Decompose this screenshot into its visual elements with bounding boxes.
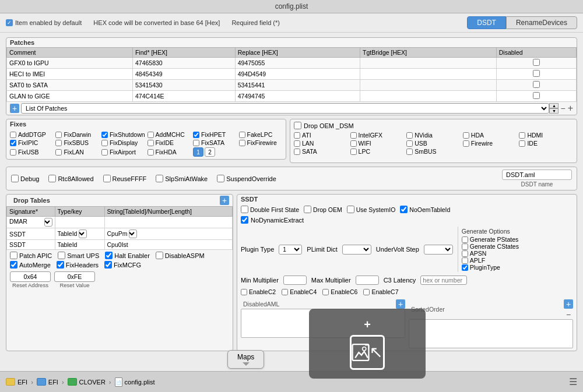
fix-fixhda-checkbox[interactable] bbox=[147, 149, 154, 156]
fix-addmchc-checkbox[interactable] bbox=[147, 132, 154, 138]
fix-fakelpc-checkbox[interactable] bbox=[239, 132, 245, 138]
add-disabled-aml-btn[interactable]: + bbox=[396, 299, 405, 309]
enable-c7-cb[interactable] bbox=[363, 289, 370, 295]
remove-patch-button[interactable]: − bbox=[560, 104, 565, 113]
dt-sig-select[interactable] bbox=[44, 218, 52, 227]
drop-firewire-cb[interactable] bbox=[463, 140, 469, 147]
max-multiplier-input[interactable] bbox=[356, 276, 379, 285]
drop-ati-cb[interactable] bbox=[294, 132, 300, 139]
stepper-down[interactable]: ▼ bbox=[549, 108, 559, 114]
gen-plugintype-cb[interactable] bbox=[462, 264, 468, 271]
ssdt-drop-oem-cb[interactable] bbox=[304, 206, 311, 213]
gen-pstates-cb[interactable] bbox=[462, 236, 468, 243]
drop-usb-cb[interactable] bbox=[406, 140, 413, 147]
disable-aspm-cb[interactable] bbox=[156, 252, 163, 259]
ssdt-double-first-cb[interactable] bbox=[241, 206, 248, 213]
reset-address-input[interactable] bbox=[10, 271, 51, 282]
slpsmiatwake-checkbox[interactable] bbox=[156, 175, 163, 182]
fix-num1-button[interactable]: 1 bbox=[193, 147, 203, 157]
drop-ide-cb[interactable] bbox=[519, 140, 525, 147]
drop-hda-cb[interactable] bbox=[463, 132, 469, 139]
enable-c2-cb[interactable] bbox=[241, 289, 247, 295]
fix-fixsbus: FixSBUS bbox=[55, 139, 99, 146]
fix-fixipic-checkbox[interactable] bbox=[10, 140, 16, 146]
drop-oem-checkbox[interactable] bbox=[294, 122, 301, 129]
undervolt-step-select[interactable] bbox=[424, 245, 453, 255]
fix-adddtgp-checkbox[interactable] bbox=[10, 132, 16, 138]
min-multiplier-label: Min Multiplier bbox=[241, 277, 279, 284]
disabled-checkbox[interactable] bbox=[533, 81, 540, 88]
c3-latency-input[interactable] bbox=[420, 276, 467, 285]
ssdt-nodynamic-cb[interactable] bbox=[241, 216, 248, 224]
fix-adddtgp: AddDTGP bbox=[10, 131, 53, 138]
drop-lan-cb[interactable] bbox=[294, 140, 300, 147]
auto-merge-cb[interactable] bbox=[10, 261, 17, 269]
disabled-checkbox[interactable] bbox=[533, 59, 540, 66]
fix-fixsata-checkbox[interactable] bbox=[193, 140, 199, 146]
drop-nvidia-cb[interactable] bbox=[406, 132, 413, 139]
enable-c4-cb[interactable] bbox=[282, 289, 288, 295]
fix-mcfg-cb[interactable] bbox=[104, 261, 112, 269]
smart-ups-cb[interactable] bbox=[58, 252, 65, 259]
dt-typekey-select[interactable] bbox=[79, 229, 87, 238]
drop-smbus-cb[interactable] bbox=[406, 149, 413, 155]
fix-fixsbus-checkbox[interactable] bbox=[55, 140, 62, 146]
tab-rename-devices[interactable]: RenameDevices bbox=[506, 16, 577, 29]
halt-enabler-cb[interactable] bbox=[105, 252, 113, 259]
fix-num2-button[interactable]: 2 bbox=[205, 147, 215, 157]
list-patches-dropdown[interactable]: List Of Patches bbox=[21, 103, 549, 114]
patch-find: 48454349 bbox=[132, 69, 235, 80]
fix-headers-cb[interactable] bbox=[57, 261, 64, 269]
tab-dsdt[interactable]: DSDT bbox=[467, 16, 506, 29]
ssdt-use-systemio-cb[interactable] bbox=[347, 206, 354, 213]
drop-hdmi-cb[interactable] bbox=[519, 132, 525, 139]
fix-fakelpc: FakeLPC bbox=[239, 131, 282, 138]
patches-plus-icon[interactable]: + bbox=[568, 103, 573, 114]
fix-fixdarwin-checkbox[interactable] bbox=[55, 132, 62, 138]
fix-fixlan-checkbox[interactable] bbox=[55, 149, 62, 156]
debug-checkbox[interactable] bbox=[11, 175, 19, 182]
drop-usb: USB bbox=[406, 140, 461, 147]
fix-fixshutdown-checkbox[interactable] bbox=[101, 132, 108, 138]
min-multiplier-input[interactable] bbox=[283, 276, 307, 285]
ssdt-nooemtableid-cb[interactable] bbox=[400, 206, 408, 213]
sorted-order-col: SortedOrder + − bbox=[409, 299, 573, 348]
remove-sorted-order-btn[interactable]: − bbox=[564, 310, 573, 319]
patch-tgtbridge bbox=[360, 80, 497, 91]
disabled-checkbox[interactable] bbox=[533, 92, 540, 99]
add-patch-button[interactable]: + bbox=[10, 104, 19, 113]
hamburger-icon[interactable]: ☰ bbox=[569, 376, 577, 387]
fix-fixusb-checkbox[interactable] bbox=[10, 149, 16, 156]
plugin-type-select[interactable]: 1 bbox=[279, 245, 302, 255]
plimit-dict-select[interactable] bbox=[342, 245, 371, 255]
add-sorted-order-btn[interactable]: + bbox=[564, 299, 573, 309]
disabled-checkbox[interactable] bbox=[533, 70, 540, 77]
fix-fixhpet-checkbox[interactable] bbox=[193, 132, 199, 138]
stepper-up[interactable]: ▲ bbox=[549, 103, 559, 108]
drop-sata-cb[interactable] bbox=[294, 149, 300, 155]
drop-lpc-cb[interactable] bbox=[350, 149, 357, 155]
rtc8allowed-checkbox[interactable] bbox=[48, 175, 56, 182]
fix-fixdisplay-checkbox[interactable] bbox=[101, 140, 108, 146]
dt-string-select[interactable] bbox=[129, 229, 137, 238]
breadcrumb-efi1[interactable]: EFI bbox=[6, 378, 27, 386]
fix-fixide-checkbox[interactable] bbox=[147, 140, 154, 146]
fix-fixairport-checkbox[interactable] bbox=[101, 149, 108, 156]
dsdt-name-input[interactable] bbox=[502, 169, 572, 180]
add-drop-table-button[interactable]: + bbox=[220, 196, 229, 205]
breadcrumb-efi2[interactable]: EFI bbox=[37, 378, 58, 386]
gen-apsn-cb[interactable] bbox=[462, 250, 468, 257]
fix-fixfirewire-checkbox[interactable] bbox=[239, 140, 245, 146]
reset-value-input[interactable] bbox=[54, 271, 95, 282]
suspendoverride-checkbox[interactable] bbox=[217, 175, 224, 182]
enable-c6-cb[interactable] bbox=[322, 289, 329, 295]
drop-wifi-cb[interactable] bbox=[350, 140, 357, 147]
maps-button[interactable]: Maps bbox=[227, 350, 264, 369]
enable-c4: EnableC4 bbox=[282, 288, 317, 295]
breadcrumb-clover[interactable]: CLOVER bbox=[68, 378, 106, 386]
gen-aplf-cb[interactable] bbox=[462, 257, 468, 264]
reuseffff-checkbox[interactable] bbox=[103, 175, 111, 182]
drop-intelgfx-cb[interactable] bbox=[350, 132, 357, 139]
gen-cstates-cb[interactable] bbox=[462, 243, 468, 250]
patch-apic-cb[interactable] bbox=[10, 252, 17, 259]
